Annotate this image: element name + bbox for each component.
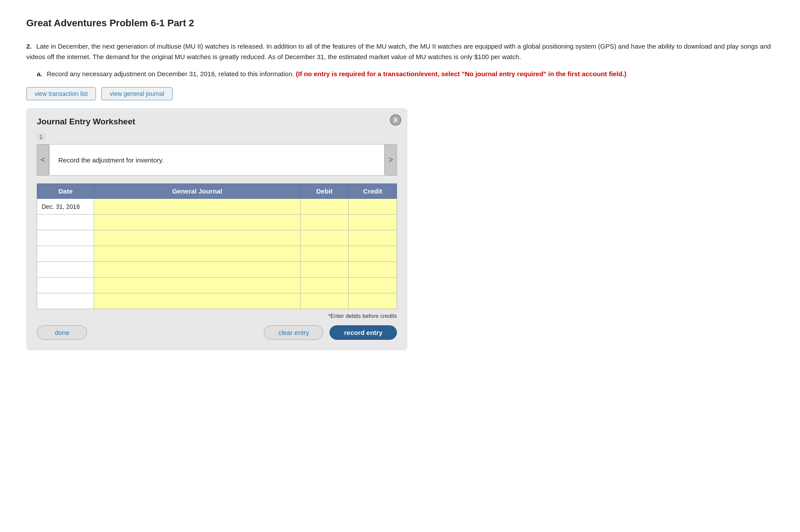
instruction-box: Record the adjustment for inventory. <box>49 144 385 176</box>
sub-instruction: Record any necessary adjustment on Decem… <box>47 70 294 78</box>
journal-input-2[interactable] <box>94 215 300 230</box>
nav-left-button[interactable]: < <box>37 144 49 176</box>
credit-input-4[interactable] <box>349 246 396 261</box>
col-header-journal: General Journal <box>94 184 301 199</box>
worksheet-title: Journal Entry Worksheet <box>37 117 397 127</box>
table-row <box>37 278 397 293</box>
clear-entry-button[interactable]: clear entry <box>264 325 323 340</box>
debit-input-1[interactable] <box>301 199 348 214</box>
debit-cell-5[interactable] <box>301 262 349 278</box>
date-cell-7 <box>37 293 94 309</box>
credit-input-5[interactable] <box>349 262 396 277</box>
journal-cell-4[interactable] <box>94 246 301 262</box>
credit-input-7[interactable] <box>349 293 396 309</box>
date-cell-5 <box>37 262 94 278</box>
credit-input-3[interactable] <box>349 230 396 246</box>
close-button[interactable]: X <box>390 114 401 126</box>
table-row <box>37 215 397 230</box>
journal-cell-7[interactable] <box>94 293 301 309</box>
table-row <box>37 246 397 262</box>
journal-cell-6[interactable] <box>94 278 301 293</box>
credit-input-1[interactable] <box>349 199 396 214</box>
credit-cell-2[interactable] <box>349 215 397 230</box>
credit-cell-5[interactable] <box>349 262 397 278</box>
action-buttons-row: done clear entry record entry <box>37 325 397 340</box>
date-cell-3 <box>37 230 94 246</box>
table-row <box>37 230 397 246</box>
record-entry-button[interactable]: record entry <box>329 325 397 340</box>
debit-input-3[interactable] <box>301 230 348 246</box>
credit-cell-6[interactable] <box>349 278 397 293</box>
sub-instruction-red: (If no entry is required for a transacti… <box>296 70 626 78</box>
journal-cell-5[interactable] <box>94 262 301 278</box>
col-header-credit: Credit <box>349 184 397 199</box>
credit-cell-4[interactable] <box>349 246 397 262</box>
action-buttons-top: view transaction list view general journ… <box>26 87 774 100</box>
journal-input-4[interactable] <box>94 246 300 261</box>
debit-cell-2[interactable] <box>301 215 349 230</box>
debit-cell-4[interactable] <box>301 246 349 262</box>
table-row: Dec. 31, 2016 <box>37 199 397 215</box>
journal-input-1[interactable] <box>94 199 300 214</box>
date-cell-2 <box>37 215 94 230</box>
debit-cell-6[interactable] <box>301 278 349 293</box>
view-transaction-list-button[interactable]: view transaction list <box>26 87 96 100</box>
done-button[interactable]: done <box>37 325 87 340</box>
worksheet-panel: Journal Entry Worksheet X 1 < Record the… <box>26 108 407 350</box>
problem-number: 2. <box>26 42 32 50</box>
col-header-date: Date <box>37 184 94 199</box>
debit-input-2[interactable] <box>301 215 348 230</box>
entry-number: 1 <box>37 133 45 141</box>
date-cell-6 <box>37 278 94 293</box>
journal-cell-2[interactable] <box>94 215 301 230</box>
instruction-row: < Record the adjustment for inventory. > <box>37 144 397 176</box>
credit-cell-1[interactable] <box>349 199 397 215</box>
journal-input-3[interactable] <box>94 230 300 246</box>
credit-cell-3[interactable] <box>349 230 397 246</box>
journal-table: Date General Journal Debit Credit Dec. 3… <box>37 183 397 309</box>
sub-label: a. <box>37 70 42 78</box>
journal-cell-3[interactable] <box>94 230 301 246</box>
table-row <box>37 262 397 278</box>
journal-input-6[interactable] <box>94 278 300 293</box>
debit-cell-3[interactable] <box>301 230 349 246</box>
credit-cell-7[interactable] <box>349 293 397 309</box>
debit-input-6[interactable] <box>301 278 348 293</box>
problem-text: Late in December, the next generation of… <box>26 42 771 60</box>
col-header-debit: Debit <box>301 184 349 199</box>
view-general-journal-button[interactable]: view general journal <box>101 87 173 100</box>
debit-input-4[interactable] <box>301 246 348 261</box>
debit-input-5[interactable] <box>301 262 348 277</box>
journal-cell-1[interactable] <box>94 199 301 215</box>
table-row <box>37 293 397 309</box>
debit-input-7[interactable] <box>301 293 348 309</box>
date-cell-4 <box>37 246 94 262</box>
page-title: Great Adventures Problem 6-1 Part 2 <box>26 18 774 29</box>
nav-right-button[interactable]: > <box>385 144 397 176</box>
journal-input-5[interactable] <box>94 262 300 277</box>
journal-input-7[interactable] <box>94 293 300 309</box>
table-footnote: *Enter debits before credits <box>37 313 397 319</box>
credit-input-2[interactable] <box>349 215 396 230</box>
credit-input-6[interactable] <box>349 278 396 293</box>
date-cell-1: Dec. 31, 2016 <box>37 199 94 215</box>
debit-cell-7[interactable] <box>301 293 349 309</box>
debit-cell-1[interactable] <box>301 199 349 215</box>
